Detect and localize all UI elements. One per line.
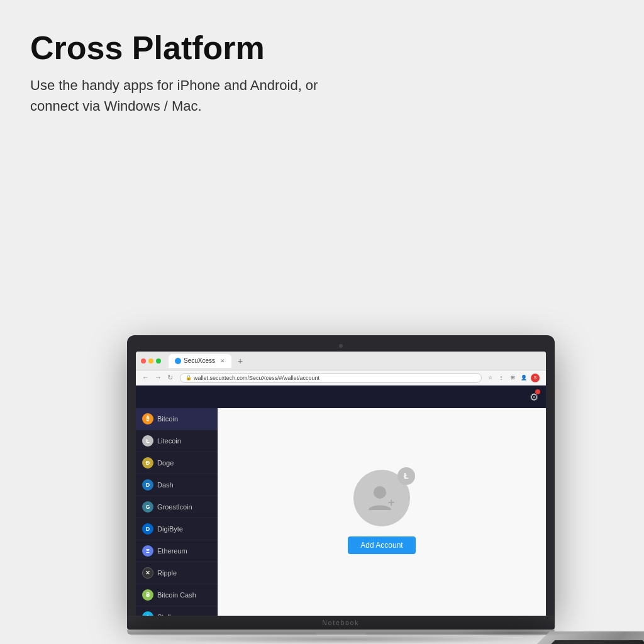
browser-chrome: SecuXcess ✕ +: [136, 352, 546, 370]
profile-icon[interactable]: 👤: [519, 374, 528, 382]
laptop: SecuXcess ✕ + ← → ↻ 🔒 wallet.secuxtech.c…: [127, 335, 555, 644]
header-section: Cross Platform Use the handy apps for iP…: [0, 0, 644, 135]
extensions-icon[interactable]: ⊞: [508, 374, 517, 382]
litecoin-icon: Ł: [142, 435, 153, 447]
laptop-body: SecuXcess ✕ + ← → ↻ 🔒 wallet.secuxtech.c…: [127, 335, 555, 616]
tab-close-icon[interactable]: ✕: [220, 358, 225, 364]
sidebar-item-ripple[interactable]: ✕ Ripple: [136, 562, 218, 584]
svg-text:+: +: [388, 496, 395, 509]
dash-label: Dash: [157, 481, 174, 489]
litecoin-label: Litecoin: [157, 437, 181, 445]
xlm-label: Stellar: [157, 613, 177, 616]
sidebar-item-litecoin[interactable]: Ł Litecoin: [136, 430, 218, 452]
eth-icon: Ξ: [142, 545, 153, 557]
add-account-button[interactable]: Add Account: [348, 536, 415, 554]
page: Cross Platform Use the handy apps for iP…: [0, 0, 644, 644]
bitcoin-label: Bitcoin: [157, 415, 178, 423]
add-account-area: + Ł Add Account: [348, 470, 415, 554]
bch-label: Bitcoin Cash: [157, 591, 196, 599]
dash-icon: D: [142, 479, 153, 491]
lock-icon: 🔒: [186, 375, 192, 380]
scene-container: SecuXcess ✕ + ← → ↻ 🔒 wallet.secuxtech.c…: [0, 138, 644, 644]
close-dot[interactable]: [141, 358, 146, 364]
laptop-camera: [339, 344, 343, 348]
browser-addressbar: ← → ↻ 🔒 wallet.secuxtech.com/SecuXcess/#…: [136, 370, 546, 386]
account-icon-wrapper: + Ł: [353, 470, 410, 526]
tab-favicon: [175, 358, 181, 364]
browser-actions: ☆ ⋮ ⊞ 👤 S: [486, 374, 540, 382]
bch-icon: Ƀ: [142, 589, 153, 601]
grs-icon: G: [142, 501, 153, 513]
doge-label: Doge: [157, 459, 174, 467]
xlm-icon: ✦: [142, 611, 153, 616]
tab-label: SecuXcess: [184, 357, 215, 364]
laptop-base: Notebook: [127, 616, 555, 630]
svg-point-0: [374, 486, 386, 499]
app-sidebar: ₿ Bitcoin Ł Litecoin Ð Doge: [136, 408, 218, 616]
back-button[interactable]: ←: [142, 374, 151, 382]
forward-button[interactable]: →: [155, 374, 164, 382]
litecoin-overlay-badge: Ł: [397, 467, 415, 485]
sidebar-item-dash[interactable]: D Dash: [136, 474, 218, 496]
sidebar-item-digibyte[interactable]: D DigiByte: [136, 518, 218, 540]
laptop-screen: SecuXcess ✕ + ← → ↻ 🔒 wallet.secuxtech.c…: [136, 352, 546, 616]
person-plus-icon: +: [366, 482, 397, 514]
sidebar-item-doge[interactable]: Ð Doge: [136, 452, 218, 474]
sidebar-item-bitcoincash[interactable]: Ƀ Bitcoin Cash: [136, 584, 218, 606]
xrp-icon: ✕: [142, 567, 153, 579]
laptop-brand-label: Notebook: [323, 619, 360, 626]
address-bar[interactable]: 🔒 wallet.secuxtech.com/SecuXcess/#/walle…: [180, 373, 482, 383]
app-main: + Ł Add Account: [218, 408, 546, 616]
device-inner: Account Portfolio ₿ Bitcoin 3.193 BTC: [526, 640, 644, 644]
browser-tab[interactable]: SecuXcess ✕: [169, 354, 231, 368]
maximize-dot[interactable]: [156, 358, 161, 364]
doge-icon: Ð: [142, 457, 153, 469]
device-shadow: [454, 629, 580, 636]
app-topbar: ⚙: [136, 386, 546, 408]
settings-icon-wrapper[interactable]: ⚙: [530, 391, 538, 403]
browser-dots: [141, 358, 161, 364]
sidebar-item-groestlcoin[interactable]: G Groestlcoin: [136, 496, 218, 518]
laptop-notch: [316, 632, 366, 635]
bitcoin-icon: ₿: [142, 413, 153, 425]
menu-icon[interactable]: ⋮: [497, 374, 506, 382]
app-icon[interactable]: S: [531, 374, 540, 382]
dgb-label: DigiByte: [157, 525, 183, 533]
app-body: ₿ Bitcoin Ł Litecoin Ð Doge: [136, 408, 546, 616]
page-title: Cross Platform: [30, 30, 614, 66]
minimize-dot[interactable]: [148, 358, 153, 364]
sidebar-item-stellar[interactable]: ✦ Stellar: [136, 606, 218, 616]
grs-label: Groestlcoin: [157, 503, 192, 511]
new-tab-button[interactable]: +: [234, 355, 247, 367]
dgb-icon: D: [142, 523, 153, 535]
xrp-label: Ripple: [157, 569, 177, 577]
sidebar-item-bitcoin[interactable]: ₿ Bitcoin: [136, 408, 218, 430]
eth-label: Ethereum: [157, 547, 187, 555]
refresh-button[interactable]: ↻: [167, 374, 176, 382]
sidebar-item-ethereum[interactable]: Ξ Ethereum: [136, 540, 218, 562]
star-icon[interactable]: ☆: [486, 374, 494, 382]
page-subtitle: Use the handy apps for iPhone and Androi…: [30, 75, 614, 116]
settings-badge: [535, 389, 540, 394]
